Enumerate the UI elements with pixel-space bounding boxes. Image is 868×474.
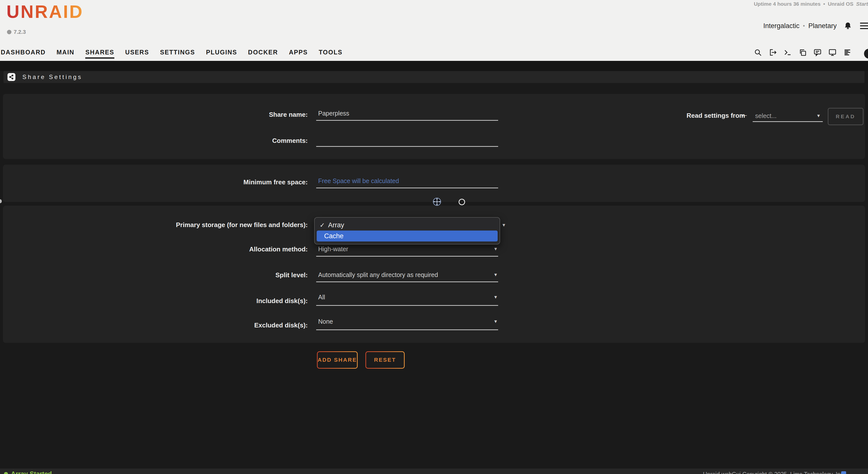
share-name-label: Share name: <box>0 111 308 118</box>
dropdown-option-label: Cache <box>324 232 343 240</box>
feedback-icon[interactable] <box>813 48 822 57</box>
header-toolbar <box>754 48 851 57</box>
split-level-underline <box>316 281 498 282</box>
allocation-method-select[interactable]: High-water <box>318 245 348 252</box>
status-dot-icon <box>4 472 8 474</box>
excluded-disks-label: Excluded disk(s): <box>0 321 308 329</box>
excluded-disks-underline <box>316 330 498 330</box>
hamburger-menu-icon[interactable] <box>860 23 868 29</box>
array-status-text: Array Started <box>11 470 52 474</box>
nav-item-plugins[interactable]: PLUGINS <box>206 49 237 59</box>
version-icon <box>7 30 11 34</box>
read-button[interactable]: READ <box>828 108 864 125</box>
allocation-method-caret-icon: ▼ <box>493 246 498 252</box>
array-status: Array Started <box>4 470 52 474</box>
nav-item-tools[interactable]: TOOLS <box>319 49 343 59</box>
move-cursor-icon <box>432 197 442 208</box>
comments-input[interactable] <box>316 135 498 147</box>
comments-label: Comments: <box>0 137 308 144</box>
split-level-caret-icon: ▼ <box>493 272 498 277</box>
add-share-button[interactable]: ADD SHARE <box>317 351 358 369</box>
read-settings-caret-icon: ▼ <box>816 113 821 118</box>
share-icon <box>7 73 16 81</box>
page-title: Share Settings <box>22 73 82 80</box>
os-name: Unraid OS <box>828 1 853 7</box>
nav-item-users[interactable]: USERS <box>125 49 149 59</box>
page-title-bar: Share Settings <box>3 71 865 83</box>
copy-icon[interactable] <box>798 48 807 57</box>
dropdown-option-label: Array <box>328 222 344 229</box>
excluded-disks-select[interactable]: None <box>318 318 333 325</box>
search-icon[interactable] <box>754 48 762 57</box>
server-line: Intergalactic • Planetary <box>763 21 868 30</box>
split-level-label: Split level: <box>0 271 308 279</box>
min-free-space-input[interactable] <box>316 177 498 188</box>
included-disks-caret-icon: ▼ <box>493 295 498 300</box>
unraid-logo: UNRAID <box>6 1 84 22</box>
display-icon[interactable] <box>828 48 837 57</box>
version-text: 7.2.3 <box>14 29 26 35</box>
read-settings-underline <box>753 121 823 122</box>
header: UNRAID 7.2.3 Uptime 4 hours 36 minutes •… <box>0 0 868 61</box>
uptime-text: Uptime 4 hours 36 minutes <box>754 1 820 7</box>
click-indicator-circle <box>459 199 465 205</box>
terminal-icon[interactable] <box>783 48 792 57</box>
main-nav: DASHBOARD MAIN SHARES USERS SETTINGS PLU… <box>1 49 343 59</box>
server-description: Planetary <box>808 22 837 30</box>
included-disks-label: Included disk(s): <box>0 297 308 305</box>
nav-item-settings[interactable]: SETTINGS <box>160 49 195 59</box>
primary-storage-dropdown: ✓ Array Cache <box>314 217 500 244</box>
uptime-line: Uptime 4 hours 36 minutes • Unraid OS St… <box>754 1 868 7</box>
uptime-bullet: • <box>823 1 825 7</box>
read-settings-select[interactable]: select... <box>755 112 777 120</box>
excluded-disks-caret-icon: ▼ <box>493 319 498 324</box>
copyright-text: Unraid webGui Copyright © 2025, Lime Tec… <box>703 471 845 474</box>
nav-item-main[interactable]: MAIN <box>57 49 74 59</box>
edge-marker <box>0 199 2 203</box>
allocation-method-label: Allocation method: <box>0 245 308 253</box>
unraid-share-settings-screen: UNRAID 7.2.3 Uptime 4 hours 36 minutes •… <box>0 0 868 474</box>
primary-storage-label: Primary storage (for new files and folde… <box>0 221 308 229</box>
profile-icon[interactable] <box>864 49 868 59</box>
nav-item-shares[interactable]: SHARES <box>85 49 114 59</box>
os-license: Start <box>856 1 868 7</box>
split-level-select[interactable]: Automatically split any directory as req… <box>318 271 438 278</box>
footer-info-icon[interactable] <box>841 471 846 474</box>
log-icon[interactable] <box>843 48 851 57</box>
version-indicator: 7.2.3 <box>7 29 26 35</box>
min-free-space-label: Minimum free space: <box>0 178 308 186</box>
included-disks-select[interactable]: All <box>318 294 325 301</box>
footer: Array Started Unraid webGui Copyright © … <box>0 469 868 474</box>
notifications-bell-icon[interactable] <box>844 21 852 30</box>
panel-share-identity <box>3 94 865 159</box>
allocation-method-underline <box>316 256 498 257</box>
dropdown-option-array[interactable]: ✓ Array <box>317 219 498 231</box>
nav-item-dashboard[interactable]: DASHBOARD <box>1 49 46 59</box>
server-bullet: • <box>803 23 805 29</box>
nav-item-apps[interactable]: APPS <box>289 49 308 59</box>
check-icon: ✓ <box>320 222 325 229</box>
logout-icon[interactable] <box>769 48 777 57</box>
share-name-input[interactable] <box>316 109 498 121</box>
server-name: Intergalactic <box>763 22 800 30</box>
included-disks-underline <box>316 305 498 306</box>
reset-button[interactable]: RESET <box>365 351 405 369</box>
back-arrow-icon: ← <box>740 109 749 119</box>
header-body-divider <box>0 61 868 71</box>
nav-item-docker[interactable]: DOCKER <box>248 49 278 59</box>
read-settings-label: Read settings from <box>686 112 745 120</box>
dropdown-option-cache[interactable]: Cache <box>317 231 498 241</box>
primary-storage-caret-icon: ▼ <box>502 223 506 228</box>
